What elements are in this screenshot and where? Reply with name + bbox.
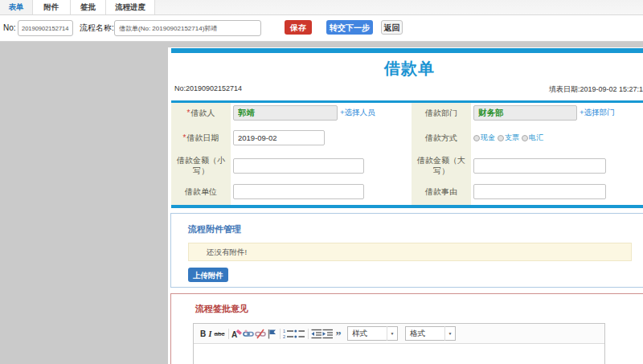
- unordered-list-icon: [294, 329, 305, 339]
- required-asterisk: *: [183, 133, 186, 142]
- chevron-down-icon: ▼: [387, 326, 397, 341]
- link-icon: [243, 329, 254, 339]
- form-title: 借款单: [168, 58, 643, 80]
- remove-format-button[interactable]: A: [231, 326, 242, 341]
- amount-upper-cell: [471, 153, 643, 178]
- fill-date: 填表日期:2019-09-02 15:27:14: [549, 84, 643, 95]
- flag-icon: [267, 329, 276, 339]
- borrower-label: *借款人: [171, 103, 231, 123]
- radio-wire-transfer[interactable]: 电汇: [522, 133, 543, 143]
- loan-method-options: 现金 支票 电汇: [473, 133, 546, 143]
- style-select[interactable]: 样式 ▼: [347, 326, 398, 341]
- anchor-flag-button[interactable]: [267, 326, 276, 341]
- toolbar-separator: [308, 329, 309, 339]
- unlink-button[interactable]: [255, 326, 266, 341]
- divider-bottom: [171, 205, 643, 208]
- flow-name-label: 流程名称:: [80, 15, 114, 41]
- flow-name-input[interactable]: [114, 20, 261, 36]
- ordered-list-button[interactable]: 1 2: [283, 326, 293, 341]
- rich-text-editor: B I abc A: [193, 323, 605, 364]
- unlink-icon: [255, 329, 266, 339]
- no-input[interactable]: [18, 20, 73, 36]
- tab-signoff[interactable]: 签批: [71, 0, 106, 14]
- upload-attachment-button[interactable]: 上传附件: [188, 268, 228, 282]
- loan-form-panel: 借款单 No:20190902152714 填表日期:2019-09-02 15…: [168, 47, 643, 364]
- bold-button[interactable]: B: [199, 326, 207, 341]
- signoff-title: 流程签批意见: [195, 303, 643, 315]
- format-select[interactable]: 格式 ▼: [405, 326, 456, 341]
- forward-next-step-button[interactable]: 转交下一步: [326, 20, 373, 35]
- link-button[interactable]: [243, 326, 254, 341]
- department-label: 借款部门: [412, 103, 471, 123]
- loan-method-cell: 现金 支票 电汇: [471, 123, 643, 153]
- toolbar-separator: [280, 329, 281, 339]
- tab-flow-progress[interactable]: 流程进度: [106, 0, 155, 14]
- amount-upper-input[interactable]: [473, 158, 606, 174]
- amount-lower-input[interactable]: [233, 158, 364, 174]
- loan-reason-label: 借款事由: [412, 178, 471, 205]
- radio-cash[interactable]: 现金: [473, 133, 495, 143]
- blockquote-button[interactable]: ”: [334, 326, 343, 341]
- no-label: No:: [3, 15, 16, 41]
- save-button[interactable]: 保存: [285, 20, 312, 35]
- loan-unit-input[interactable]: [233, 184, 364, 199]
- radio-button-icon[interactable]: [473, 135, 480, 141]
- amount-upper-label: 借款金额（大写）: [412, 153, 471, 178]
- tab-attachments[interactable]: 附件: [33, 0, 71, 14]
- document-number: No:20190902152714: [174, 84, 242, 92]
- back-button[interactable]: 返回: [381, 20, 403, 35]
- loan-reason-cell: [471, 178, 643, 205]
- editor-toolbar: B I abc A: [194, 324, 604, 344]
- loan-unit-label: 借款单位: [171, 178, 231, 205]
- svg-text:1: 1: [283, 329, 285, 333]
- loan-date-input[interactable]: [233, 130, 325, 145]
- loan-method-label: 借款方式: [412, 123, 471, 153]
- toolbar: No: 流程名称: 保存 转交下一步 返回: [0, 15, 643, 42]
- editor-content-area[interactable]: [194, 344, 604, 364]
- indent-icon: [322, 329, 333, 339]
- italic-button[interactable]: I: [207, 326, 213, 341]
- outdent-button[interactable]: [311, 326, 322, 341]
- tab-bar: 表单 附件 签批 流程进度: [0, 0, 643, 15]
- amount-lower-cell: [231, 153, 412, 178]
- loan-unit-cell: [231, 178, 412, 205]
- strikethrough-button[interactable]: abc: [214, 326, 225, 341]
- remove-format-icon: A: [231, 329, 242, 339]
- radio-button-icon[interactable]: [522, 135, 528, 141]
- required-asterisk: *: [187, 108, 190, 117]
- indent-button[interactable]: [322, 326, 333, 341]
- radio-button-icon[interactable]: [498, 135, 504, 141]
- pick-person-link[interactable]: +选择人员: [340, 108, 375, 118]
- pick-department-link[interactable]: +选择部门: [580, 108, 615, 118]
- loan-reason-input[interactable]: [473, 184, 606, 199]
- outdent-icon: [311, 329, 322, 339]
- svg-text:2: 2: [283, 334, 285, 339]
- attachments-section: 流程附件管理 还没有附件! 上传附件: [170, 213, 643, 288]
- department-cell: +选择部门: [471, 103, 643, 123]
- tab-form[interactable]: 表单: [0, 0, 33, 14]
- department-input[interactable]: [473, 105, 577, 121]
- toolbar-separator: [228, 329, 229, 339]
- borrower-cell: +选择人员: [231, 103, 412, 123]
- signoff-section: 流程签批意见 B I abc A: [170, 293, 643, 364]
- ordered-list-icon: 1 2: [283, 329, 293, 339]
- loan-date-cell: [231, 123, 412, 153]
- loan-date-label: *借款日期: [171, 123, 231, 153]
- no-attachments-banner: 还没有附件!: [188, 243, 632, 261]
- chevron-down-icon: ▼: [444, 326, 455, 341]
- form-header-bar: [171, 48, 643, 53]
- attachments-title: 流程附件管理: [188, 223, 632, 235]
- radio-cheque[interactable]: 支票: [498, 133, 519, 143]
- borrower-input[interactable]: [233, 105, 338, 121]
- unordered-list-button[interactable]: [294, 326, 305, 341]
- amount-lower-label: 借款金额（小写）: [171, 153, 231, 178]
- form-meta-row: No:20190902152714 填表日期:2019-09-02 15:27:…: [174, 84, 643, 96]
- loan-form-grid: *借款人 +选择人员 借款部门 +选择部门 *借款日期 借款方式 现金: [171, 103, 643, 205]
